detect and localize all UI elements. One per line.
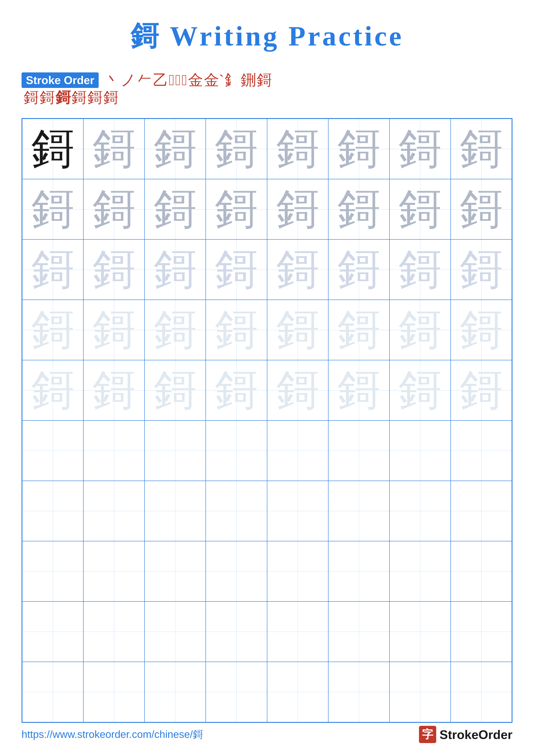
grid-cell[interactable]: 鎶 — [451, 300, 512, 360]
grid-cell[interactable]: 鎶 — [22, 300, 83, 360]
grid-cell[interactable]: 鎶 — [206, 360, 267, 420]
stroke-char-10: 釒 — [225, 73, 240, 88]
grid-cell-empty[interactable] — [144, 420, 206, 481]
grid-cell-empty[interactable] — [83, 541, 144, 602]
grid-cell[interactable]: 鎶 — [206, 300, 267, 360]
grid-cell[interactable]: 鎶 — [206, 119, 267, 179]
practice-char: 鎶 — [460, 185, 503, 233]
grid-row-8 — [22, 541, 512, 602]
grid-cell-empty[interactable] — [451, 420, 512, 481]
grid-cell[interactable]: 鎶 — [83, 300, 144, 360]
grid-cell[interactable]: 鎶 — [22, 179, 83, 239]
grid-cell[interactable]: 鎶 — [328, 239, 390, 300]
grid-cell-empty[interactable] — [144, 602, 206, 662]
grid-cell[interactable]: 鎶 — [267, 239, 328, 300]
grid-cell[interactable]: 鎶 — [144, 300, 206, 360]
grid-cell-empty[interactable] — [451, 541, 512, 602]
practice-char: 鎶 — [31, 185, 74, 233]
grid-cell-empty[interactable] — [267, 602, 328, 662]
grid-cell[interactable]: 鎶 — [144, 179, 206, 239]
practice-char: 鎶 — [337, 125, 380, 173]
practice-char: 鎶 — [31, 366, 74, 414]
stroke-char-9: 金` — [204, 73, 224, 88]
grid-cell-empty[interactable] — [328, 481, 390, 541]
grid-cell[interactable]: 鎶 — [451, 119, 512, 179]
grid-cell[interactable]: 鎶 — [206, 239, 267, 300]
grid-cell-empty[interactable] — [267, 420, 328, 481]
grid-cell-empty[interactable] — [328, 602, 390, 662]
grid-cell[interactable]: 鎶 — [83, 179, 144, 239]
grid-cell[interactable]: 鎶 — [390, 360, 451, 420]
grid-cell[interactable]: 鎶 — [390, 300, 451, 360]
grid-cell[interactable]: 鎶 — [328, 119, 390, 179]
grid-cell-empty[interactable] — [390, 541, 451, 602]
grid-cell-empty[interactable] — [144, 481, 206, 541]
grid-cell-empty[interactable] — [22, 662, 83, 722]
practice-char: 鎶 — [398, 125, 442, 173]
grid-cell[interactable]: 鎶 — [267, 179, 328, 239]
grid-cell[interactable]: 鎶 — [390, 119, 451, 179]
grid-cell[interactable]: 鎶 — [22, 119, 83, 179]
grid-cell[interactable]: 鎶 — [22, 360, 83, 420]
grid-cell-empty[interactable] — [390, 662, 451, 722]
grid-cell[interactable]: 鎶 — [22, 239, 83, 300]
grid-cell-empty[interactable] — [144, 662, 206, 722]
grid-cell[interactable]: 鎶 — [328, 179, 390, 239]
practice-char: 鎶 — [154, 125, 197, 173]
grid-cell-empty[interactable] — [206, 481, 267, 541]
grid-cell-empty[interactable] — [390, 481, 451, 541]
grid-cell-empty[interactable] — [83, 662, 144, 722]
stroke-char-3: 𠂉 — [137, 73, 152, 88]
grid-cell-empty[interactable] — [328, 662, 390, 722]
grid-cell-empty[interactable] — [83, 481, 144, 541]
grid-cell-empty[interactable] — [83, 420, 144, 481]
grid-cell-empty[interactable] — [22, 602, 83, 662]
practice-char: 鎶 — [215, 306, 258, 354]
practice-char: 鎶 — [92, 125, 136, 173]
grid-cell[interactable]: 鎶 — [451, 239, 512, 300]
grid-cell[interactable]: 鎶 — [206, 179, 267, 239]
grid-cell-empty[interactable] — [328, 541, 390, 602]
grid-cell[interactable]: 鎶 — [267, 360, 328, 420]
grid-cell-empty[interactable] — [267, 541, 328, 602]
grid-cell-empty[interactable] — [206, 662, 267, 722]
grid-cell-empty[interactable] — [22, 541, 83, 602]
grid-cell-empty[interactable] — [451, 602, 512, 662]
grid-cell[interactable]: 鎶 — [144, 360, 206, 420]
grid-cell-empty[interactable] — [206, 602, 267, 662]
grid-cell[interactable]: 鎶 — [328, 360, 390, 420]
grid-cell-empty[interactable] — [22, 420, 83, 481]
grid-cell-empty[interactable] — [267, 481, 328, 541]
practice-char: 鎶 — [215, 125, 258, 173]
practice-char: 鎶 — [154, 185, 197, 233]
grid-cell[interactable]: 鎶 — [451, 360, 512, 420]
grid-cell-empty[interactable] — [206, 541, 267, 602]
grid-cell[interactable]: 鎶 — [83, 119, 144, 179]
grid-cell[interactable]: 鎶 — [390, 239, 451, 300]
practice-char: 鎶 — [276, 125, 319, 173]
practice-char: 鎶 — [31, 306, 74, 354]
grid-cell[interactable]: 鎶 — [267, 119, 328, 179]
grid-cell-empty[interactable] — [144, 541, 206, 602]
grid-cell[interactable]: 鎶 — [144, 119, 206, 179]
footer-logo: 字 StrokeOrder — [419, 726, 513, 743]
grid-cell[interactable]: 鎶 — [328, 300, 390, 360]
practice-char: 鎶 — [154, 306, 197, 354]
grid-cell[interactable]: 鎶 — [451, 179, 512, 239]
grid-cell-empty[interactable] — [451, 481, 512, 541]
grid-cell-empty[interactable] — [267, 662, 328, 722]
grid-cell[interactable]: 鎶 — [267, 300, 328, 360]
grid-cell[interactable]: 鎶 — [83, 239, 144, 300]
grid-cell-empty[interactable] — [206, 420, 267, 481]
grid-cell[interactable]: 鎶 — [83, 360, 144, 420]
grid-cell[interactable]: 鎶 — [390, 179, 451, 239]
grid-cell[interactable]: 鎶 — [144, 239, 206, 300]
grid-cell-empty[interactable] — [328, 420, 390, 481]
grid-cell-empty[interactable] — [451, 662, 512, 722]
grid-cell-empty[interactable] — [22, 481, 83, 541]
practice-char: 鎶 — [92, 185, 136, 233]
grid-cell-empty[interactable] — [390, 420, 451, 481]
grid-cell-empty[interactable] — [390, 602, 451, 662]
footer-url[interactable]: https://www.strokeorder.com/chinese/鎶 — [21, 728, 203, 741]
grid-cell-empty[interactable] — [83, 602, 144, 662]
